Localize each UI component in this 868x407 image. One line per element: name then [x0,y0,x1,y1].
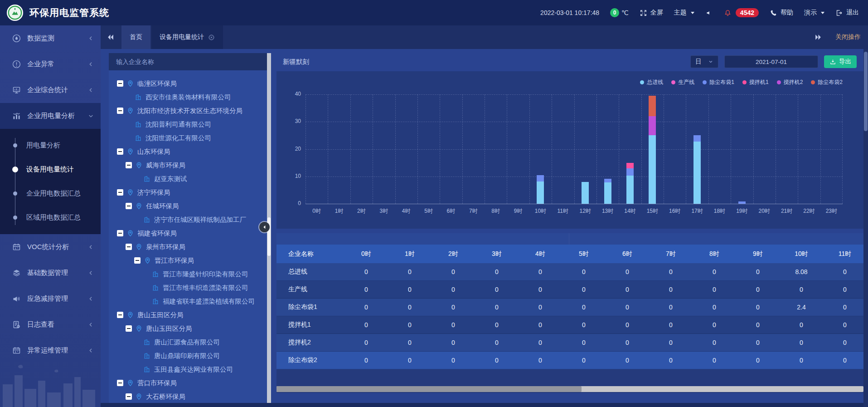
tree-node-company[interactable]: 沈阳世源化工有限公司 [109,131,271,145]
horizontal-scrollbar[interactable] [276,386,863,392]
page-scrollbar-thumb[interactable] [864,52,868,131]
table-row[interactable]: 生产线000000000000 [276,281,863,299]
sidebar-item[interactable]: VOC统计分析 [0,234,101,260]
sidebar-item[interactable]: 日志查看 [0,312,101,338]
table-row[interactable]: 除尘布袋2000000000000 [276,352,863,369]
legend-item[interactable]: 搅拌机2 [777,78,803,86]
period-select[interactable]: 日 [690,55,718,68]
demo-dropdown[interactable]: 演示 [804,9,824,17]
close-operations-button[interactable]: 关闭操作 [835,33,861,41]
collapse-minus-icon[interactable] [117,108,123,114]
tree-collapse-button[interactable] [259,222,270,232]
chevron-left-icon [87,61,94,68]
tree-node-bureau[interactable]: 任城环保局 [109,199,271,213]
legend-item[interactable]: 除尘布袋2 [811,78,843,86]
tab-close-icon[interactable] [208,34,215,41]
x-axis-label: 19时 [732,207,752,215]
horizontal-scrollbar-thumb[interactable] [276,386,582,392]
tree-node-company[interactable]: 唐山汇源食品有限公司 [109,335,271,349]
tree-node-company[interactable]: 晋江市隆盛针织印染有限公司 [109,267,271,281]
export-button[interactable]: 导出 [824,55,857,68]
tree-node-company[interactable]: 福建省联丰盛漂染植绒有限公司 [109,294,271,308]
tree-node-bureau[interactable]: 唐山玉田区分局 [109,322,271,335]
legend-item[interactable]: 生产线 [671,78,694,86]
tree-node-company[interactable]: 赵亚东测试 [109,172,271,186]
tree-node-bureau[interactable]: 沈阳市经济技术开发区生态环境分局 [109,104,271,118]
collapse-minus-icon[interactable] [117,80,123,87]
collapse-minus-icon[interactable] [117,230,123,236]
tree-node-bureau[interactable]: 大石桥环保局 [109,390,271,403]
tree-node-bureau[interactable]: 山东环保局 [109,145,271,158]
help-button[interactable]: 帮助 [770,9,793,17]
mute-button[interactable] [705,9,713,17]
logout-button[interactable]: 退出 [835,9,859,17]
table-cell: 0 [649,281,693,298]
legend-item[interactable]: 除尘布袋1 [703,78,734,86]
collapse-minus-icon[interactable] [117,312,123,318]
theme-dropdown[interactable]: 主题 [674,9,694,17]
collapse-minus-icon[interactable] [126,393,132,400]
tree-node-bureau[interactable]: 福建省环保局 [109,226,271,240]
sidebar-item[interactable]: 基础数据管理 [0,260,101,286]
collapse-minus-icon[interactable] [117,148,123,155]
sidebar-subitem[interactable]: 企业用电数据汇总 [0,181,101,206]
table-cell: 0 [606,263,649,280]
tree-node-company[interactable]: 玉田县鑫兴达网业有限公司 [109,363,271,376]
collapse-minus-icon[interactable] [134,257,141,264]
tree-node-bureau[interactable]: 唐山玉田区分局 [109,308,271,322]
sidebar-item-label: 日志查看 [27,320,87,329]
date-picker-input[interactable] [724,55,818,68]
tree-node-company[interactable]: 沈阳普利司通有限公司 [109,118,271,131]
chevron-left-icon [87,87,94,93]
tree-node-bureau[interactable]: 泉州市环保局 [109,240,271,254]
company-search-input[interactable] [115,58,265,66]
sidebar-item[interactable]: 企业异常 [0,51,101,77]
table-header-cell: 2时 [432,245,475,263]
tree-node-company[interactable]: 济宁市任城区顺祥纸制品加工厂 [109,213,271,226]
sidebar-submenu: 用电量分析设备用电量统计企业用电数据汇总区域用电数据汇总 [0,129,101,234]
tree-node-bureau[interactable]: 济宁环保局 [109,186,271,199]
notifications-button[interactable]: 4542 [724,8,759,17]
sidebar-subitem[interactable]: 区域用电数据汇总 [0,206,101,230]
tabs-scroll-right-icon[interactable] [814,33,823,42]
tree-node-company[interactable]: 西安市佳奥装饰材料有限公司 [109,90,271,104]
table-row[interactable]: 搅拌机2000000000000 [276,334,863,352]
tree-node-company[interactable]: 晋江市维丰织造漂染有限公司 [109,281,271,294]
table-row[interactable]: 总进线00000000008.080 [276,263,863,281]
tree-node-bureau[interactable]: 晋江市环保局 [109,254,271,267]
tree-node-bureau[interactable]: 威海市环保局 [109,158,271,172]
sidebar-subitem[interactable]: 设备用电量统计 [0,157,101,181]
tab-active[interactable]: 设备用电量统计 [151,25,223,49]
fullscreen-button[interactable]: 全屏 [640,9,663,17]
legend-item[interactable]: 总进线 [640,78,663,86]
table-row[interactable]: 除尘布袋100000000002.40 [276,299,863,316]
sidebar-subitem[interactable]: 用电量分析 [0,133,101,157]
sidebar-item-label: 数据监测 [27,34,87,43]
bar-stack [582,182,589,204]
page-scrollbar[interactable] [863,49,868,407]
tab-item[interactable]: 首页 [121,25,150,49]
sidebar-item[interactable]: 企业综合统计 [0,77,101,103]
table-cell: 0 [649,316,693,333]
table-row[interactable]: 搅拌机1000000000000 [276,316,863,334]
collapse-minus-icon[interactable] [117,189,123,196]
collapse-minus-icon[interactable] [126,162,132,168]
table-cell: 0 [736,263,780,280]
legend-item[interactable]: 搅拌机1 [742,78,769,86]
company-tree-panel: 临潼区环保局西安市佳奥装饰材料有限公司沈阳市经济技术开发区生态环境分局沈阳普利司… [109,53,271,403]
tree-node-label: 济宁环保局 [137,188,170,197]
tree-node-company[interactable]: 唐山鼎瑞印刷有限公司 [109,349,271,363]
table-cell: 0 [344,316,388,333]
x-axis-label: 11时 [553,207,573,215]
tabs-scroll-left-icon[interactable] [106,33,115,42]
collapse-minus-icon[interactable] [117,380,123,386]
tree-node-label: 威海市环保局 [146,161,185,170]
sidebar-item[interactable]: 企业用电量分析 [0,103,101,129]
collapse-minus-icon[interactable] [126,325,132,332]
sidebar-item[interactable]: 应急减排管理 [0,286,101,312]
tree-node-bureau[interactable]: 临潼区环保局 [109,77,271,90]
tree-node-bureau[interactable]: 营口市环保局 [109,376,271,390]
sidebar-item[interactable]: 数据监测 [0,25,101,51]
collapse-minus-icon[interactable] [126,203,132,209]
collapse-minus-icon[interactable] [126,244,132,250]
